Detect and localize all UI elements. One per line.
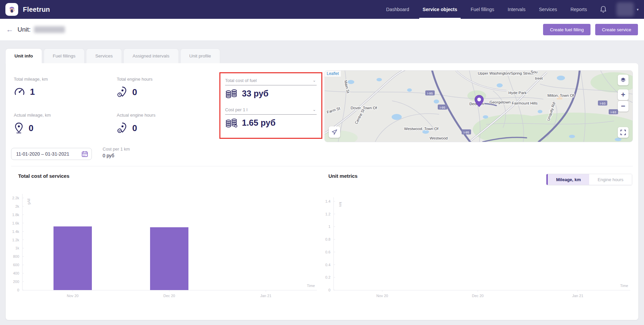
- metrics-chart: 00.20.40.60.811.21.4Nov 20Dec 20Jan 21Ti…: [323, 188, 636, 301]
- svg-text:1.4: 1.4: [325, 199, 330, 203]
- coins-icon: [225, 89, 238, 98]
- tab-unit-info[interactable]: Unit info: [6, 49, 42, 63]
- svg-text:800: 800: [13, 254, 19, 258]
- create-fuel-filling-button[interactable]: Create fuel filling: [543, 24, 591, 35]
- svg-text:0.4: 0.4: [325, 263, 330, 267]
- stat-label: Total engine hours: [117, 77, 211, 82]
- svg-text:Dec 20: Dec 20: [472, 294, 484, 298]
- coins-unit-icon: [225, 118, 238, 128]
- stat-value: 0: [132, 123, 137, 133]
- page: Fleetrun Dashboard Service objects Fuel …: [0, 0, 644, 325]
- svg-text:Georgetown: Georgetown: [490, 100, 511, 104]
- zoom-in-button[interactable]: +: [618, 89, 629, 100]
- svg-text:Sou: Sou: [531, 71, 537, 74]
- locate-button[interactable]: [329, 126, 340, 138]
- cost-per-litre-select[interactable]: Cost per 1 l ⌄: [225, 107, 317, 115]
- layers-icon: [620, 77, 626, 83]
- fuel-cost-panel: Total cost of fuel ⌄ 33 руб Cost per 1 l…: [219, 72, 322, 139]
- zoom-out-button[interactable]: −: [618, 101, 629, 112]
- stat-label: Actual engine hours: [117, 113, 211, 118]
- app-title: Fleetrun: [23, 6, 50, 13]
- nav-fuel-fillings[interactable]: Fuel fillings: [464, 0, 501, 19]
- svg-text:1.2k: 1.2k: [12, 238, 19, 242]
- stat-actual-mileage: Actual mileage, km 0: [14, 113, 108, 134]
- fullscreen-icon: [620, 130, 626, 135]
- svg-text:0.6: 0.6: [325, 250, 330, 254]
- date-range-input[interactable]: 11-01-2020 – 01-31-2021: [11, 148, 92, 160]
- pin-check-icon: [117, 122, 128, 134]
- svg-text:1.2: 1.2: [325, 212, 330, 216]
- svg-text:Westwood, Town Of: Westwood, Town Of: [404, 127, 439, 131]
- pin-clock-icon: [117, 86, 128, 98]
- tab-fuel-fillings[interactable]: Fuel fillings: [44, 49, 84, 63]
- svg-text:0: 0: [328, 288, 330, 292]
- fullscreen-button[interactable]: [618, 127, 629, 138]
- chevron-down-icon: ▾: [637, 7, 639, 12]
- nav-service-objects[interactable]: Service objects: [416, 0, 464, 19]
- leaflet-map[interactable]: I-95I-95I-95I-93I-93 Upper Washington/Sp…: [325, 71, 633, 142]
- svg-text:1.6k: 1.6k: [12, 221, 19, 225]
- layers-control[interactable]: [618, 75, 629, 85]
- svg-text:I-95: I-95: [427, 91, 433, 95]
- toggle-engine-hours[interactable]: Engine hours: [589, 174, 632, 185]
- app-logo-icon[interactable]: [5, 3, 18, 16]
- svg-text:Dover, Town Of: Dover, Town Of: [351, 106, 377, 110]
- svg-text:руб: руб: [27, 199, 31, 205]
- notifications-button[interactable]: [594, 0, 613, 19]
- leaflet-attribution[interactable]: Leaflet: [325, 71, 341, 77]
- unit-header: ← Unit: Create fuel filling Create servi…: [0, 19, 644, 40]
- svg-text:I-93: I-93: [600, 101, 605, 105]
- top-navbar: Fleetrun Dashboard Service objects Fuel …: [0, 0, 644, 19]
- nav-intervals[interactable]: Intervals: [501, 0, 532, 19]
- user-menu[interactable]: ▾: [613, 0, 639, 19]
- metrics-chart-title: Unit metrics: [328, 173, 358, 179]
- unit-info-panel: Total mileage, km 1 Total engine hours: [6, 63, 638, 320]
- bell-icon: [600, 5, 607, 13]
- tab-unit-profile[interactable]: Unit profile: [181, 49, 220, 63]
- toggle-mileage[interactable]: Mileage, km: [546, 174, 589, 185]
- cost-per-litre-value: 1.65 руб: [242, 118, 276, 128]
- nav-services[interactable]: Services: [532, 0, 564, 19]
- create-service-button[interactable]: Create service: [595, 24, 638, 35]
- stat-value: 1: [30, 87, 35, 97]
- svg-text:treet: treet: [535, 76, 543, 80]
- svg-text:Time: Time: [307, 284, 315, 288]
- unit-tabs: Unit info Fuel fillings Services Assigne…: [6, 49, 220, 63]
- svg-text:Nov 20: Nov 20: [377, 294, 388, 298]
- back-button[interactable]: ←: [6, 25, 13, 34]
- nav-dashboard[interactable]: Dashboard: [380, 0, 416, 19]
- page-title: Unit:: [17, 26, 31, 33]
- svg-text:0.2: 0.2: [325, 275, 330, 279]
- stat-label: Total mileage, km: [14, 77, 108, 82]
- total-cost-of-fuel-select[interactable]: Total cost of fuel ⌄: [225, 77, 317, 85]
- svg-text:Hyde Park: Hyde Park: [508, 91, 527, 95]
- metric-toggle: Mileage, km Engine hours: [546, 174, 632, 185]
- stat-total-engine-hours: Total engine hours 0: [117, 77, 211, 98]
- total-cost-of-fuel-value: 33 руб: [242, 89, 269, 98]
- brand: Fleetrun: [5, 3, 50, 16]
- svg-text:I-95: I-95: [464, 130, 469, 134]
- cost-per-km-value: 0 руб: [103, 153, 130, 158]
- svg-text:Dec 20: Dec 20: [164, 294, 175, 298]
- chevron-down-icon: ⌄: [313, 107, 316, 112]
- svg-text:1: 1: [328, 225, 330, 229]
- svg-text:400: 400: [13, 271, 19, 275]
- navigation-arrow-icon: [331, 129, 337, 135]
- stat-total-mileage: Total mileage, km 1: [14, 77, 108, 97]
- tab-assigned-intervals[interactable]: Assigned intervals: [124, 49, 178, 63]
- speedometer-icon: [14, 86, 25, 97]
- date-range-value: 11-01-2020 – 01-31-2021: [16, 151, 81, 157]
- svg-text:Nov 20: Nov 20: [67, 294, 79, 298]
- pin-icon: [14, 122, 24, 134]
- svg-text:km: km: [338, 202, 343, 207]
- tab-services[interactable]: Services: [86, 49, 121, 63]
- cost-per-km-label: Cost per 1 km: [103, 147, 130, 152]
- cost-per-km: Cost per 1 km 0 руб: [103, 147, 130, 158]
- avatar: [616, 2, 634, 16]
- stat-actual-engine-hours: Actual engine hours 0: [117, 113, 211, 134]
- services-bar-chart: 02004006008001k1.2k1.4k1.6k1.8k2k2.2kNov…: [10, 188, 323, 301]
- nav-reports[interactable]: Reports: [564, 0, 594, 19]
- stat-value: 0: [29, 123, 33, 133]
- svg-text:Milton, Town Of: Milton, Town Of: [547, 93, 574, 97]
- svg-text:0.8: 0.8: [325, 237, 330, 241]
